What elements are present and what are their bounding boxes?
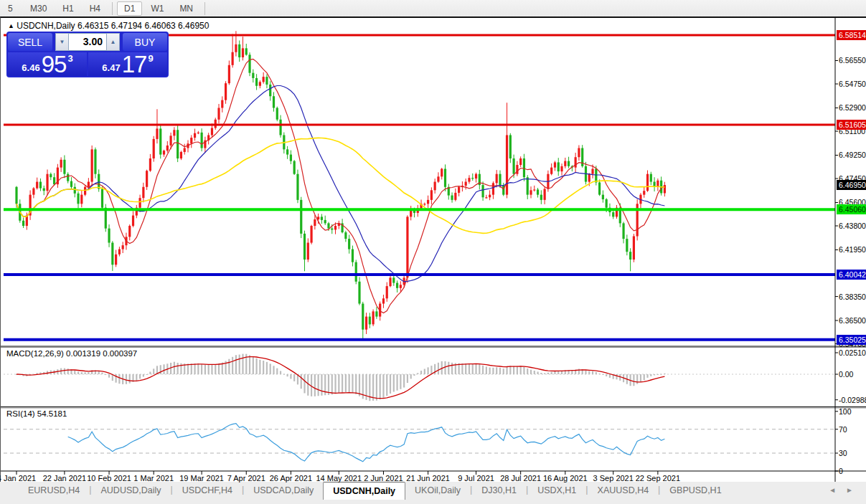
chart-tab-gbpusd[interactable]: GBPUSD,H1 — [660, 482, 730, 500]
macd-tick-label: 0.00 — [839, 370, 866, 379]
ask-price-big: 17 — [122, 54, 147, 75]
chart-tab-ukoil[interactable]: UKOil,Daily — [405, 482, 470, 500]
one-click-trading-panel: SELL ▼ 3.00 ▲ BUY 6.46 95 3 6.47 17 9 — [6, 32, 169, 77]
timeframe-button-d1[interactable]: D1 — [117, 1, 142, 16]
timeframe-button-partial[interactable]: 5 — [1, 1, 21, 16]
tabs-scroll-right-button[interactable]: ► — [846, 486, 853, 494]
macd-tick-label: 0.025108 — [839, 348, 866, 358]
price-tick-label: 6.36500 — [839, 316, 866, 325]
timeframe-toolbar: 5M30H1H4D1W1MN — [0, 0, 866, 17]
timeframe-button-m30[interactable]: M30 — [23, 1, 54, 16]
chart-tab-usdx[interactable]: USDX,H1 — [528, 482, 585, 500]
current-price-badge: 6.46950 — [837, 180, 866, 190]
rsi-tick-label: 70 — [839, 425, 866, 434]
level-price-badge: 6.40042 — [837, 270, 866, 280]
price-tick-label: 6.49250 — [839, 151, 866, 160]
timeframe-button-w1[interactable]: W1 — [143, 1, 171, 16]
bid-price-big: 95 — [42, 54, 67, 75]
level-price-badge: 6.51605 — [837, 120, 866, 130]
price-tick-label: 6.54750 — [839, 80, 866, 89]
timeframe-button-mn[interactable]: MN — [172, 1, 200, 16]
chart-tab-audusd[interactable]: AUDUSD,Daily — [92, 482, 171, 500]
level-price-badge: 6.58514 — [837, 30, 866, 40]
volume-input[interactable]: 3.00 — [69, 33, 106, 51]
rsi-tick-label: 0 — [839, 467, 866, 476]
toolbar-separator — [204, 2, 205, 15]
toolbar-separator — [112, 2, 113, 15]
ask-price-sup: 9 — [148, 53, 153, 64]
macd-tick-label: -0.029881 — [839, 396, 866, 405]
level-price-badge: 6.45060 — [837, 204, 866, 214]
volume-increase-button[interactable]: ▲ — [106, 33, 120, 51]
bid-price-display[interactable]: 6.46 95 3 — [8, 52, 87, 76]
chart-tab-eurusd[interactable]: EURUSD,H4 — [19, 482, 89, 500]
ask-price-display[interactable]: 6.47 17 9 — [88, 52, 167, 76]
macd-indicator-label: MACD(12,26,9) 0.001319 0.000397 — [6, 349, 137, 358]
chart-tab-usdcnh[interactable]: USDCNH,Daily — [323, 482, 405, 500]
bid-price-prefix: 6.46 — [22, 61, 39, 75]
ask-price-prefix: 6.47 — [102, 61, 120, 75]
price-chart[interactable] — [1, 18, 866, 483]
timeframe-button-h1[interactable]: H1 — [55, 1, 80, 16]
chart-tab-bar: EURUSD,H4|AUDUSD,Daily|USDCHF,H4|USDCAD,… — [0, 482, 866, 504]
date-tick-label: 22 Sep 2021 — [628, 474, 688, 482]
timeframe-button-h4[interactable]: H4 — [83, 1, 108, 16]
rsi-tick-label: 30 — [839, 449, 866, 458]
price-tick-label: 6.43800 — [839, 222, 866, 231]
symbol-name: USDCNH,Daily — [17, 21, 75, 31]
triangle-down-icon: ▼ — [60, 39, 65, 45]
price-tick-label: 6.41950 — [839, 245, 866, 255]
chart-symbol-title: ▲ USDCNH,Daily 6.46315 6.47194 6.46063 6… — [8, 21, 209, 31]
price-tick-label: 6.52900 — [839, 103, 866, 113]
chart-tab-usdcad[interactable]: USDCAD,Daily — [244, 482, 323, 500]
bid-price-sup: 3 — [67, 53, 72, 64]
chart-tab-xauusd[interactable]: XAUUSD,H4 — [588, 482, 659, 500]
ohlc-values: 6.46315 6.47194 6.46063 6.46950 — [77, 21, 210, 31]
chart-tab-usdchf[interactable]: USDCHF,H4 — [173, 482, 242, 500]
symbol-arrow-icon: ▲ — [8, 22, 14, 29]
price-tick-label: 6.56550 — [839, 56, 866, 65]
sell-button[interactable]: SELL — [8, 33, 52, 51]
rsi-tick-label: 100 — [839, 407, 866, 417]
triangle-up-icon: ▲ — [110, 39, 116, 45]
tabs-scroll-left-button[interactable]: ◄ — [829, 486, 836, 494]
volume-decrease-button[interactable]: ▼ — [55, 33, 69, 51]
rsi-indicator-label: RSI(14) 54.5181 — [6, 409, 67, 418]
buy-button[interactable]: BUY — [123, 33, 167, 51]
price-tick-label: 6.38350 — [839, 293, 866, 302]
chart-tab-dj30[interactable]: DJ30,H1 — [472, 482, 526, 500]
level-price-badge: 6.35025 — [837, 335, 866, 345]
chart-window: ▲ USDCNH,Daily 6.46315 6.47194 6.46063 6… — [0, 16, 866, 482]
